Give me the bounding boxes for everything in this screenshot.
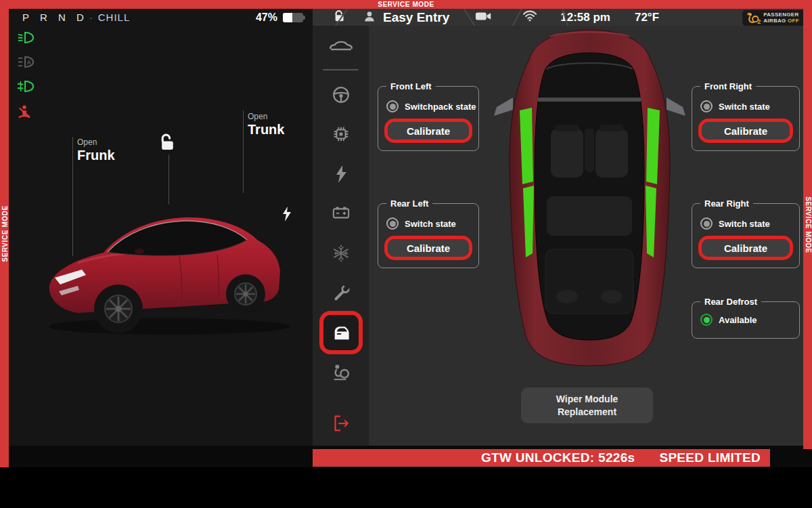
passenger-airbag-badge: 2 PASSENGER AIRBAG OFF — [742, 10, 803, 26]
service-footer-bar: GTW UNLOCKED: 5226s SPEED LIMITED — [313, 449, 770, 467]
unlocked-vehicle-icon[interactable] — [158, 133, 177, 154]
trunk-open-label: Open — [248, 112, 284, 121]
open-trunk-control[interactable]: Open Trunk — [248, 112, 284, 137]
taskbar: ‹ 64 › ••• i ♫ 4 ‹ › — [0, 467, 812, 508]
sidebar-item-hvac[interactable] — [331, 243, 351, 266]
frunk-open-label: Open — [77, 137, 115, 147]
sidebar-item-high-voltage[interactable] — [332, 164, 350, 186]
airbag-warning-icon: 2 — [746, 12, 760, 24]
battery-percent: 47% — [256, 12, 277, 24]
panel-rear-defrost: Rear Defrost Available — [692, 301, 800, 339]
service-mode-right-stripe: SERVICE MODE — [803, 0, 812, 449]
sidebar-item-computer[interactable] — [331, 124, 351, 146]
sidebar-item-low-voltage-battery[interactable] — [331, 203, 351, 223]
service-mode-top-banner: SERVICE MODE — [0, 0, 812, 9]
svg-text:A: A — [27, 59, 31, 66]
status-bar-left: P R N D · CHILL 47% — [9, 9, 313, 26]
open-frunk-control[interactable]: Open Frunk — [77, 137, 115, 163]
sidebar-item-tools[interactable] — [331, 282, 351, 305]
separator-dot: · — [89, 12, 93, 23]
panel-front-right: Front Right Switch state Calibrate — [692, 86, 800, 151]
wiper-button-line1: Wiper Module — [556, 394, 618, 404]
panel-title: Rear Right — [700, 198, 753, 209]
vehicle-image — [37, 183, 298, 339]
panel-title: Rear Defrost — [700, 297, 761, 307]
switch-state-indicator — [386, 217, 399, 230]
switch-state-label: Switch state — [405, 219, 456, 229]
dashcam-icon[interactable] — [475, 10, 493, 25]
service-mode-left-stripe: SERVICE MODE — [0, 0, 9, 467]
calibrate-rear-right-button[interactable]: Calibrate — [702, 239, 790, 257]
switch-state-indicator — [700, 217, 713, 230]
service-mode-screen: SERVICE MODE SERVICE MODE SERVICE MODE P… — [0, 0, 812, 508]
battery-icon — [283, 13, 303, 22]
calibrate-front-right-button[interactable]: Calibrate — [702, 122, 790, 140]
airbag-state: OFF — [788, 18, 799, 24]
sidebar-item-doors-active[interactable] — [319, 311, 363, 354]
map-road-line — [508, 9, 524, 26]
service-sidebar — [313, 26, 369, 446]
sidebar-divider — [323, 69, 359, 70]
calibrate-highlight-ring: Calibrate — [698, 236, 793, 260]
outside-temperature[interactable]: 72°F — [635, 11, 659, 24]
vehicle-visualization-panel: A Open Frunk Open Trunk — [9, 26, 313, 446]
auto-high-beam-indicator-icon: A — [17, 56, 35, 71]
drive-mode-label: CHILL — [98, 12, 131, 23]
status-bar-right: Easy Entry 12:58 pm 72°F 2 PASSENGER AIR… — [313, 9, 803, 26]
calibrate-front-left-button[interactable]: Calibrate — [388, 122, 469, 140]
seatbelt-warning-icon — [17, 104, 35, 122]
airbag-label-line2: AIRBAG — [763, 18, 786, 24]
trunk-label: Trunk — [248, 122, 284, 137]
sidebar-item-airbag[interactable] — [331, 362, 351, 383]
clock: 12:58 pm — [560, 11, 610, 24]
sidebar-item-exit-service[interactable] — [331, 413, 351, 436]
wiper-module-replacement-button[interactable]: Wiper Module Replacement — [521, 387, 653, 423]
panel-rear-left: Rear Left Switch state Calibrate — [378, 203, 479, 268]
switchpack-state-indicator — [386, 100, 399, 112]
switch-state-label: Switch state — [719, 102, 770, 112]
profile-name[interactable]: Easy Entry — [383, 10, 449, 25]
vehicle-topdown-image — [493, 26, 687, 369]
airbag-count: 2 — [757, 18, 761, 25]
doors-service-content: Front Left Switchpack state Calibrate Re… — [369, 26, 803, 446]
gear-selector: P R N D — [22, 12, 88, 23]
speed-limited-status: SPEED LIMITED — [659, 450, 761, 465]
frunk-label: Frunk — [77, 148, 115, 163]
panel-front-left: Front Left Switchpack state Calibrate — [378, 86, 479, 151]
service-mode-right-label: SERVICE MODE — [804, 196, 811, 253]
panel-title: Front Left — [386, 81, 436, 91]
trunk-callout-line — [243, 110, 244, 193]
calibrate-highlight-ring: Calibrate — [698, 119, 793, 143]
gtw-unlocked-status: GTW UNLOCKED: 5226s — [481, 450, 635, 465]
panel-title: Front Right — [700, 81, 756, 91]
sidebar-item-vehicle[interactable] — [330, 37, 353, 55]
door-icon — [331, 323, 351, 342]
sidebar-item-steering[interactable] — [331, 85, 351, 107]
switch-state-label: Switch state — [719, 219, 770, 229]
calibrate-highlight-ring: Calibrate — [384, 236, 472, 260]
calibrate-rear-left-button[interactable]: Calibrate — [388, 239, 469, 257]
low-beam-indicator-icon — [17, 31, 35, 47]
profile-icon[interactable] — [363, 9, 376, 26]
switch-state-indicator — [700, 100, 713, 112]
panel-title: Rear Left — [386, 198, 432, 209]
switchpack-state-label: Switchpack state — [405, 102, 476, 112]
service-mode-left-label: SERVICE MODE — [1, 205, 8, 262]
wiper-button-line2: Replacement — [558, 406, 616, 417]
fog-light-indicator-icon — [17, 80, 35, 96]
telltale-column: A — [17, 31, 35, 122]
calibrate-highlight-ring: Calibrate — [384, 119, 472, 143]
available-indicator — [700, 314, 713, 326]
wifi-icon[interactable] — [522, 10, 537, 24]
panel-rear-right: Rear Right Switch state Calibrate — [692, 203, 800, 268]
available-label: Available — [719, 315, 757, 325]
